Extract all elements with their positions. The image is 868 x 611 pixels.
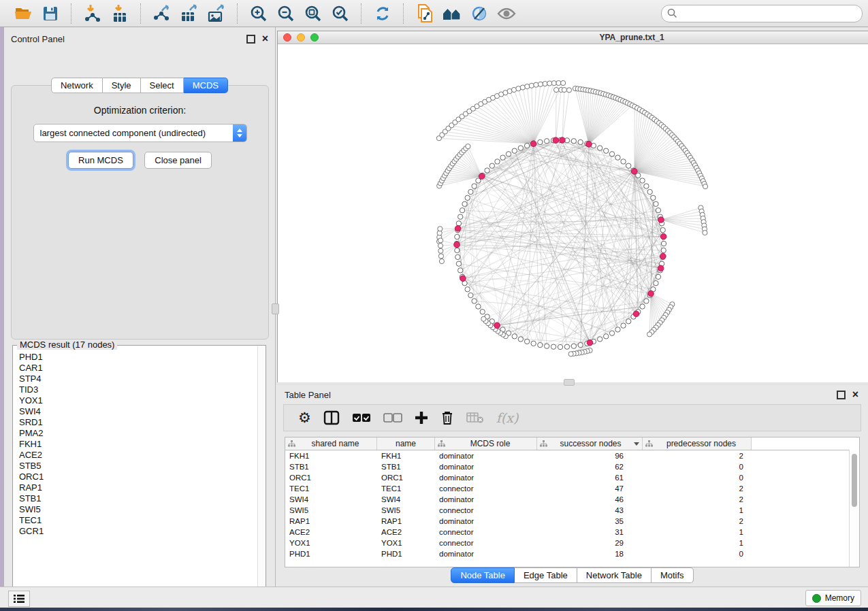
graph-node[interactable] xyxy=(457,268,462,273)
graph-leaf-node[interactable] xyxy=(438,248,443,253)
table-row[interactable]: TEC1TEC1connector472 xyxy=(285,483,859,494)
tab-select[interactable]: Select xyxy=(141,78,184,93)
column-header-name[interactable]: name xyxy=(377,437,435,450)
select-all-columns-icon[interactable] xyxy=(352,408,371,427)
graph-node[interactable] xyxy=(621,159,626,164)
graph-hub-node[interactable] xyxy=(553,137,559,144)
network-graph[interactable] xyxy=(278,44,867,382)
window-close-button[interactable] xyxy=(283,33,291,42)
export-image-icon[interactable] xyxy=(206,3,227,24)
graph-node[interactable] xyxy=(524,339,529,344)
graph-node[interactable] xyxy=(654,280,658,285)
graph-hub-node[interactable] xyxy=(660,233,666,240)
graph-node[interactable] xyxy=(500,155,505,160)
graph-node[interactable] xyxy=(644,184,649,188)
graph-node[interactable] xyxy=(455,254,460,259)
mcds-result-item[interactable]: ACE2 xyxy=(19,450,257,461)
graph-hub-node[interactable] xyxy=(660,253,666,259)
graph-leaf-node[interactable] xyxy=(439,259,444,263)
tab-network-table[interactable]: Network Table xyxy=(577,567,652,583)
graph-node[interactable] xyxy=(457,214,462,219)
table-row[interactable]: STB1STB1dominator620 xyxy=(285,461,859,472)
graph-leaf-node[interactable] xyxy=(551,81,556,86)
graph-hub-node[interactable] xyxy=(494,323,500,329)
graph-leaf-node[interactable] xyxy=(561,80,566,85)
graph-node[interactable] xyxy=(480,310,485,314)
graph-node[interactable] xyxy=(489,163,494,168)
graph-node[interactable] xyxy=(578,139,583,144)
graph-node[interactable] xyxy=(626,319,631,324)
network-canvas[interactable] xyxy=(278,44,868,382)
graph-node[interactable] xyxy=(531,341,536,346)
save-icon[interactable] xyxy=(39,3,61,24)
mcds-result-item[interactable]: TID3 xyxy=(19,384,257,395)
graph-node[interactable] xyxy=(468,189,473,194)
copy-network-icon[interactable] xyxy=(414,3,436,24)
graph-hub-node[interactable] xyxy=(633,311,639,317)
eye-icon[interactable] xyxy=(496,3,517,24)
table-row[interactable]: FKH1FKH1dominator962 xyxy=(285,450,859,461)
table-row[interactable]: RAP1RAP1dominator352 xyxy=(285,516,859,527)
graph-node[interactable] xyxy=(578,342,583,347)
graph-leaf-node[interactable] xyxy=(566,88,571,93)
delete-column-icon[interactable] xyxy=(440,408,454,427)
graph-leaf-node[interactable] xyxy=(529,83,534,88)
graph-node[interactable] xyxy=(465,287,470,292)
graph-node[interactable] xyxy=(597,146,602,150)
graph-node[interactable] xyxy=(495,159,500,164)
window-minimize-button[interactable] xyxy=(297,33,305,42)
graph-hub-node[interactable] xyxy=(530,141,536,147)
graph-hub-node[interactable] xyxy=(631,169,637,175)
graph-leaf-node[interactable] xyxy=(703,184,707,188)
zoom-selected-icon[interactable] xyxy=(329,3,351,24)
mcds-result-item[interactable]: FKH1 xyxy=(19,439,257,450)
table-row[interactable]: YOX1YOX1connector291 xyxy=(285,538,859,548)
graph-hub-node[interactable] xyxy=(586,142,592,148)
import-table-icon[interactable] xyxy=(109,3,131,24)
table-scrollbar-thumb[interactable] xyxy=(852,454,857,507)
zoom-out-icon[interactable] xyxy=(275,3,297,24)
table-row[interactable]: SWI4SWI4dominator462 xyxy=(285,494,859,505)
graph-hub-node[interactable] xyxy=(648,291,654,297)
table-row[interactable]: SWI5SWI5connector431 xyxy=(285,505,859,516)
horizontal-splitter-grip[interactable] xyxy=(564,379,575,386)
tab-network[interactable]: Network xyxy=(51,78,103,93)
graph-node[interactable] xyxy=(564,344,569,349)
graph-node[interactable] xyxy=(656,208,660,212)
graph-node[interactable] xyxy=(551,344,556,349)
graph-node[interactable] xyxy=(558,344,562,349)
mcds-result-item[interactable]: TEC1 xyxy=(19,515,257,526)
graph-node[interactable] xyxy=(524,143,529,148)
graph-node[interactable] xyxy=(609,331,614,335)
graph-leaf-node[interactable] xyxy=(553,87,558,92)
graph-node[interactable] xyxy=(640,304,645,309)
graph-leaf-node[interactable] xyxy=(520,85,525,90)
graph-node[interactable] xyxy=(571,344,576,348)
graph-node[interactable] xyxy=(604,334,609,339)
memory-button[interactable]: Memory xyxy=(805,590,861,606)
mcds-result-list[interactable]: PHD1CAR1STP4TID3YOX1SWI4SRD1PMA2FKH1ACE2… xyxy=(14,348,257,597)
import-network-icon[interactable] xyxy=(82,3,103,24)
zoom-in-icon[interactable] xyxy=(248,3,270,24)
run-mcds-button[interactable]: Run MCDS xyxy=(68,152,133,169)
graph-node[interactable] xyxy=(506,152,511,156)
graph-leaf-node[interactable] xyxy=(438,227,443,231)
mcds-result-item[interactable]: SWI4 xyxy=(19,406,257,417)
table-scrollbar[interactable] xyxy=(849,450,859,567)
graph-node[interactable] xyxy=(465,195,470,200)
graph-hub-node[interactable] xyxy=(455,225,461,231)
column-header-shared-name[interactable]: shared name xyxy=(285,437,377,450)
tab-style[interactable]: Style xyxy=(103,78,141,93)
tab-motifs[interactable]: Motifs xyxy=(652,567,694,583)
float-panel-icon[interactable] xyxy=(837,391,846,399)
mcds-result-item[interactable]: RAP1 xyxy=(19,482,257,493)
graph-node[interactable] xyxy=(460,208,464,212)
graph-node[interactable] xyxy=(512,148,517,153)
graph-hub-node[interactable] xyxy=(587,340,593,346)
graph-node[interactable] xyxy=(468,293,473,297)
graph-node[interactable] xyxy=(661,248,666,252)
open-folder-icon[interactable] xyxy=(12,3,34,24)
mcds-result-item[interactable]: SRD1 xyxy=(19,417,257,428)
table-settings-icon[interactable]: ⚙ xyxy=(298,408,311,427)
tab-mcds[interactable]: MCDS xyxy=(184,78,228,93)
